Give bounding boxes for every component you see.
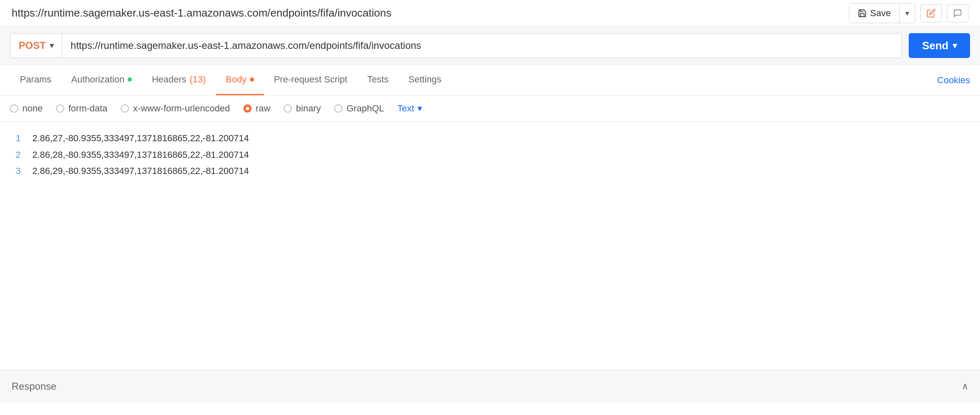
tab-tests[interactable]: Tests (357, 65, 398, 95)
collapse-icon[interactable]: ∧ (962, 381, 968, 392)
option-raw-label: raw (256, 103, 270, 114)
editor-line-3: 2.86,29,-80.9355,333497,1371816865,22,-8… (29, 163, 980, 179)
tab-settings-label: Settings (408, 74, 441, 85)
body-options: none form-data x-www-form-urlencoded raw… (0, 96, 980, 122)
editor-area: 1 2 3 2.86,27,-80.9355,333497,1371816865… (0, 122, 980, 370)
save-button[interactable]: Save (849, 4, 899, 23)
method-caret: ▾ (50, 41, 53, 50)
tab-authorization-label: Authorization (71, 74, 124, 85)
send-caret: ▾ (953, 41, 957, 51)
line-number-3: 3 (8, 163, 21, 179)
tab-params[interactable]: Params (10, 65, 61, 95)
save-button-group: Save ▾ (849, 3, 915, 23)
response-bar: Response ∧ (0, 370, 980, 402)
text-format-label: Text (398, 103, 414, 114)
editor-line-2: 2.86,28,-80.9355,333497,1371816865,22,-8… (29, 147, 980, 163)
edit-icon-button[interactable] (920, 4, 942, 22)
tab-prerequest-label: Pre-request Script (274, 74, 347, 85)
tab-tests-label: Tests (367, 74, 388, 85)
headers-count: (13) (189, 74, 206, 85)
option-graphql-label: GraphQL (347, 103, 384, 114)
option-form-data[interactable]: form-data (56, 103, 107, 114)
line-number-2: 2 (8, 147, 21, 163)
radio-none (10, 104, 18, 113)
cookies-link[interactable]: Cookies (937, 66, 970, 95)
tab-settings[interactable]: Settings (398, 65, 451, 95)
top-bar: https://runtime.sagemaker.us-east-1.amaz… (0, 0, 980, 27)
save-icon (858, 9, 867, 18)
radio-binary (284, 104, 292, 113)
save-caret-button[interactable]: ▾ (899, 4, 915, 23)
page-url: https://runtime.sagemaker.us-east-1.amaz… (12, 7, 391, 19)
option-form-data-label: form-data (68, 103, 107, 114)
tab-params-label: Params (20, 74, 51, 85)
tab-body-label: Body (226, 74, 247, 85)
option-binary[interactable]: binary (284, 103, 321, 114)
method-selector[interactable]: POST ▾ (10, 33, 62, 58)
tab-authorization[interactable]: Authorization (61, 65, 142, 95)
radio-graphql (334, 104, 342, 113)
text-format-dropdown[interactable]: Text ▾ (398, 103, 422, 114)
send-button[interactable]: Send ▾ (909, 33, 970, 58)
tab-headers-label: Headers (152, 74, 186, 85)
comments-icon (953, 9, 962, 18)
line-numbers: 1 2 3 (0, 122, 29, 370)
option-raw[interactable]: raw (243, 103, 270, 114)
radio-raw (243, 104, 252, 113)
tabs-bar: Params Authorization Headers (13) Body P… (0, 65, 980, 96)
radio-form-data (56, 104, 64, 113)
option-none-label: none (22, 103, 43, 114)
editor-line-1: 2.86,27,-80.9355,333497,1371816865,22,-8… (29, 130, 980, 147)
response-label: Response (12, 381, 56, 392)
request-bar: POST ▾ Send ▾ (0, 27, 980, 65)
option-graphql[interactable]: GraphQL (334, 103, 384, 114)
radio-urlencoded (121, 104, 129, 113)
save-label: Save (870, 8, 891, 19)
tab-prerequest[interactable]: Pre-request Script (264, 65, 357, 95)
authorization-dot (128, 77, 132, 82)
comments-icon-button[interactable] (947, 4, 968, 22)
tab-headers[interactable]: Headers (13) (142, 65, 216, 95)
option-urlencoded[interactable]: x-www-form-urlencoded (121, 103, 230, 114)
editor-content[interactable]: 2.86,27,-80.9355,333497,1371816865,22,-8… (29, 122, 980, 370)
option-urlencoded-label: x-www-form-urlencoded (133, 103, 230, 114)
edit-icon (927, 9, 936, 18)
method-label: POST (19, 40, 46, 51)
url-input[interactable] (62, 33, 902, 58)
text-format-caret: ▾ (417, 103, 422, 114)
line-number-1: 1 (8, 130, 21, 147)
body-dot (250, 77, 254, 82)
option-binary-label: binary (296, 103, 321, 114)
tab-body[interactable]: Body (216, 65, 264, 95)
option-none[interactable]: none (10, 103, 43, 114)
send-label: Send (922, 39, 948, 52)
top-bar-actions: Save ▾ (849, 3, 968, 23)
